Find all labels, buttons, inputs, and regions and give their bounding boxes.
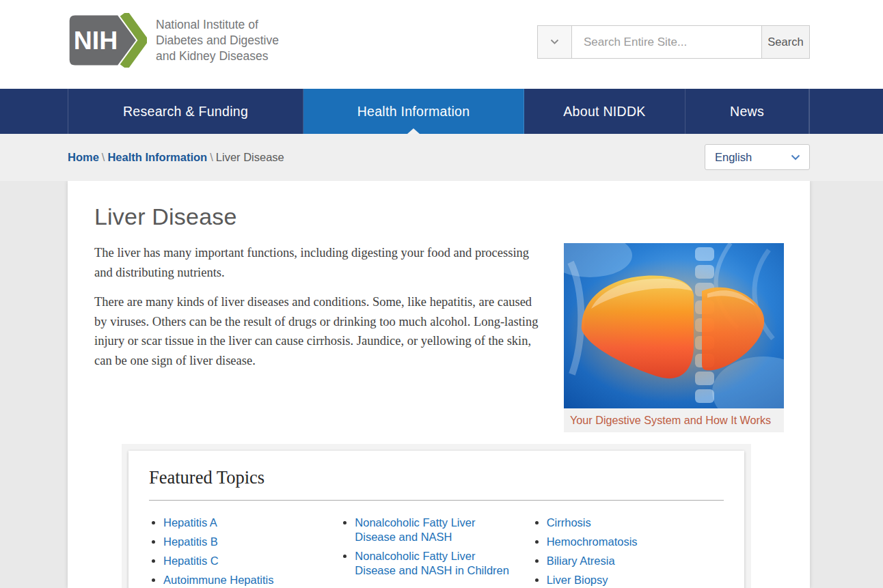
- list-item: Hepatitis A: [163, 516, 324, 530]
- language-select-value: English: [715, 151, 752, 164]
- breadcrumb-current: Liver Disease: [216, 151, 284, 163]
- chevron-down-icon: [550, 39, 559, 45]
- featured-topics-card: Featured Topics Hepatitis A Hepatitis B …: [128, 451, 744, 588]
- nav-tab-news[interactable]: News: [685, 89, 809, 134]
- nih-logo-icon: NIH: [68, 13, 147, 68]
- breadcrumb-link-health-information[interactable]: Health Information: [107, 151, 207, 163]
- nav-tab-research-funding[interactable]: Research & Funding: [68, 89, 303, 134]
- topic-link-hemochromatosis[interactable]: Hemochromatosis: [547, 535, 638, 548]
- page-title: Liver Disease: [94, 204, 784, 230]
- topic-link-hepatitis-b[interactable]: Hepatitis B: [163, 535, 218, 548]
- intro-text: The liver has many important functions, …: [94, 243, 542, 432]
- language-select[interactable]: English: [705, 144, 810, 170]
- featured-column-3: Cirrhosis Hemochromatosis Biliary Atresi…: [532, 516, 724, 588]
- breadcrumb-band: Home\Health Information\Liver Disease En…: [0, 134, 883, 181]
- content-band: Liver Disease The liver has many importa…: [0, 181, 883, 588]
- liver-figure: Your Digestive System and How It Works: [564, 243, 784, 432]
- list-item: Hemochromatosis: [547, 535, 707, 549]
- search-scope-dropdown[interactable]: [537, 25, 572, 59]
- topic-link-liver-biopsy[interactable]: Liver Biopsy: [547, 574, 608, 586]
- list-item: Nonalcoholic Fatty Liver Disease and NAS…: [355, 516, 515, 544]
- featured-topics-heading: Featured Topics: [149, 467, 724, 488]
- featured-topics-section: Featured Topics Hepatitis A Hepatitis B …: [122, 444, 751, 588]
- primary-nav-inner: Research & Funding Health Information Ab…: [68, 89, 810, 134]
- featured-topics-columns: Hepatitis A Hepatitis B Hepatitis C Auto…: [149, 516, 724, 588]
- logo-org-line: and Kidney Diseases: [156, 48, 279, 64]
- main-content: Liver Disease The liver has many importa…: [68, 181, 810, 588]
- list-item: Autoimmune Hepatitis: [163, 573, 324, 587]
- featured-column-1: Hepatitis A Hepatitis B Hepatitis C Auto…: [149, 516, 340, 588]
- topic-link-cirrhosis[interactable]: Cirrhosis: [547, 516, 591, 529]
- liver-illustration[interactable]: [564, 243, 784, 408]
- logo-org-name: National Institute of Diabetes and Diges…: [156, 17, 279, 64]
- topic-link-nafld-nash[interactable]: Nonalcoholic Fatty Liver Disease and NAS…: [355, 516, 475, 543]
- breadcrumb-separator: \: [99, 151, 108, 163]
- list-item: Hepatitis B: [163, 535, 324, 549]
- list-item: Nonalcoholic Fatty Liver Disease and NAS…: [355, 549, 515, 578]
- list-item: Liver Biopsy: [547, 573, 707, 587]
- site-header: NIH National Institute of Diabetes and D…: [0, 0, 883, 89]
- list-item: Cirrhosis: [547, 516, 707, 530]
- nih-niddk-logo[interactable]: NIH National Institute of Diabetes and D…: [68, 13, 279, 68]
- intro-paragraph-1: The liver has many important functions, …: [94, 243, 542, 282]
- breadcrumb-link-home[interactable]: Home: [68, 151, 99, 163]
- site-search: Search: [537, 25, 810, 59]
- nav-tab-health-information[interactable]: Health Information: [303, 89, 524, 134]
- nav-tab-about-niddk[interactable]: About NIDDK: [524, 89, 685, 134]
- breadcrumb: Home\Health Information\Liver Disease: [68, 151, 284, 164]
- search-input[interactable]: [572, 25, 762, 59]
- intro-row: The liver has many important functions, …: [94, 243, 784, 432]
- search-button[interactable]: Search: [762, 25, 810, 59]
- list-item: Hepatitis C: [163, 554, 324, 568]
- featured-column-2: Nonalcoholic Fatty Liver Disease and NAS…: [340, 516, 532, 588]
- breadcrumb-separator: \: [207, 151, 216, 163]
- topic-link-biliary-atresia[interactable]: Biliary Atresia: [547, 555, 615, 567]
- figure-caption-link[interactable]: Your Digestive System and How It Works: [570, 414, 771, 426]
- primary-nav: Research & Funding Health Information Ab…: [0, 89, 883, 134]
- featured-topics-divider: [149, 500, 724, 501]
- chevron-down-icon: [791, 154, 800, 160]
- intro-paragraph-2: There are many kinds of liver diseases a…: [94, 292, 542, 370]
- svg-text:NIH: NIH: [74, 26, 118, 55]
- topic-link-hepatitis-a[interactable]: Hepatitis A: [163, 516, 217, 529]
- topic-link-autoimmune-hepatitis[interactable]: Autoimmune Hepatitis: [163, 574, 273, 586]
- figure-caption: Your Digestive System and How It Works: [564, 408, 784, 432]
- topic-link-hepatitis-c[interactable]: Hepatitis C: [163, 555, 219, 567]
- logo-org-line: Diabetes and Digestive: [156, 33, 279, 48]
- logo-org-line: National Institute of: [156, 17, 279, 33]
- list-item: Biliary Atresia: [547, 554, 707, 568]
- topic-link-nafld-nash-children[interactable]: Nonalcoholic Fatty Liver Disease and NAS…: [355, 550, 509, 576]
